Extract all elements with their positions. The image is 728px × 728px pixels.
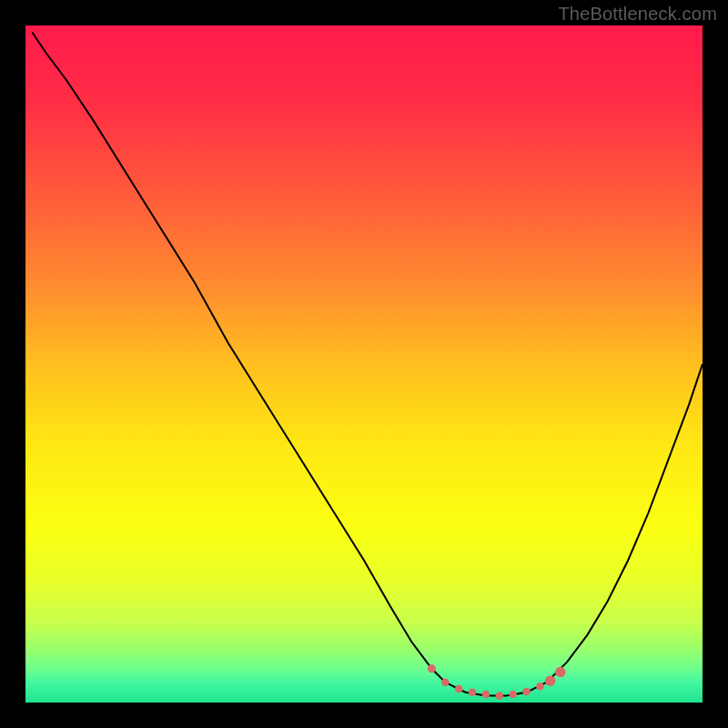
highlight-dot: [441, 678, 449, 685]
highlight-dot: [536, 682, 543, 690]
highlight-dot: [482, 691, 490, 698]
highlight-dot: [469, 689, 476, 696]
plot-svg: [25, 25, 703, 703]
highlight-dot: [509, 691, 516, 698]
highlight-dot: [496, 692, 503, 699]
highlight-dots-group: [428, 664, 566, 700]
highlight-dot: [428, 664, 436, 672]
watermark-text: TheBottleneck.com: [558, 4, 717, 25]
highlight-dot: [545, 675, 556, 686]
plot-area: [25, 25, 703, 703]
chart-frame: TheBottleneck.com: [0, 0, 728, 728]
highlight-dot: [522, 688, 530, 695]
bottleneck-curve: [32, 32, 703, 695]
highlight-dot: [555, 667, 566, 678]
highlight-dot: [455, 685, 462, 693]
